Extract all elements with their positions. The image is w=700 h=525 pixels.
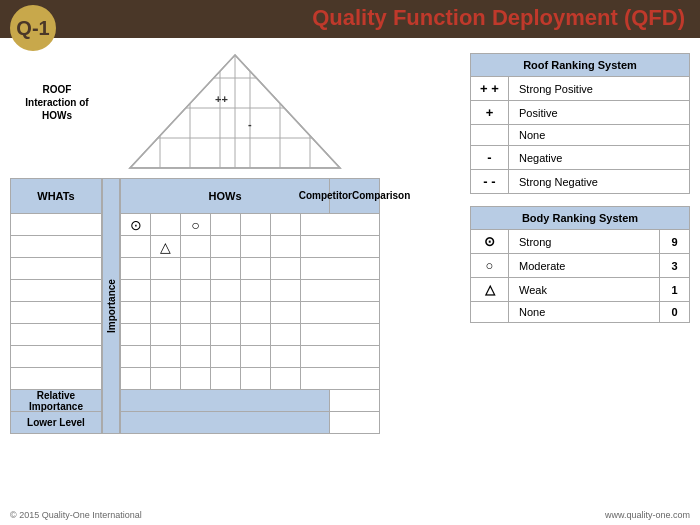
cell-3-0 bbox=[120, 280, 150, 302]
cell-4-3 bbox=[210, 302, 240, 324]
roof-rank-label-3: Negative bbox=[509, 146, 690, 170]
website: www.quality-one.com bbox=[605, 510, 690, 520]
body-rank-row-3: None 0 bbox=[471, 302, 690, 323]
copyright: © 2015 Quality-One International bbox=[10, 510, 142, 520]
roof-rank-row-1: + Positive bbox=[471, 101, 690, 125]
grid-row-2 bbox=[120, 258, 380, 280]
cell-7-4 bbox=[240, 368, 270, 390]
roof-symbol-n: - bbox=[248, 118, 252, 130]
cell-3-3 bbox=[210, 280, 240, 302]
cell-5-1 bbox=[150, 324, 180, 346]
body-rank-value-1: 3 bbox=[660, 254, 690, 278]
body-rank-symbol-0: ⊙ bbox=[471, 230, 509, 254]
roof-rank-label-1: Positive bbox=[509, 101, 690, 125]
body-area: WHATs Relative Importance Lower Level Im… bbox=[10, 178, 460, 434]
comp-ll bbox=[330, 412, 380, 434]
lower-level-grid bbox=[120, 412, 330, 434]
body-rank-label-3: None bbox=[509, 302, 660, 323]
cell-6-1 bbox=[150, 346, 180, 368]
roof-ranking-title: Roof Ranking System bbox=[471, 54, 690, 77]
lower-level-row bbox=[120, 412, 380, 434]
cell-5-3 bbox=[210, 324, 240, 346]
cell-6-2 bbox=[180, 346, 210, 368]
competitor-label: Competitor Comparison bbox=[330, 178, 380, 214]
cell-6-6 bbox=[300, 346, 330, 368]
cell-5-5 bbox=[270, 324, 300, 346]
qfd-diagram: ROOF Interaction of HOWs bbox=[10, 53, 460, 434]
cell-2-4 bbox=[240, 258, 270, 280]
comp-7 bbox=[330, 368, 380, 390]
body-rank-value-2: 1 bbox=[660, 278, 690, 302]
roof-rank-symbol-2 bbox=[471, 125, 509, 146]
body-rank-symbol-1: ○ bbox=[471, 254, 509, 278]
roof-svg: ++ - bbox=[120, 53, 350, 178]
cell-1-3 bbox=[210, 236, 240, 258]
body-rank-label-0: Strong bbox=[509, 230, 660, 254]
grid-row-0: ⊙ ○ bbox=[120, 214, 380, 236]
comp-ri bbox=[330, 390, 380, 412]
cell-7-2 bbox=[180, 368, 210, 390]
roof-rank-row-3: - Negative bbox=[471, 146, 690, 170]
roof-rank-label-4: Strong Negative bbox=[509, 170, 690, 194]
cell-6-0 bbox=[120, 346, 150, 368]
cell-5-4 bbox=[240, 324, 270, 346]
body-rank-label-1: Moderate bbox=[509, 254, 660, 278]
whats-row-5 bbox=[10, 302, 102, 324]
grid-row-1: △ bbox=[120, 236, 380, 258]
roof-rank-symbol-0: + + bbox=[471, 77, 509, 101]
main-content: ROOF Interaction of HOWs bbox=[0, 43, 700, 439]
relative-importance-label: Relative Importance bbox=[10, 390, 102, 412]
comp-4 bbox=[330, 302, 380, 324]
cell-1-5 bbox=[270, 236, 300, 258]
comp-2 bbox=[330, 258, 380, 280]
comp-1 bbox=[330, 236, 380, 258]
body-rank-value-0: 9 bbox=[660, 230, 690, 254]
cell-3-2 bbox=[180, 280, 210, 302]
cell-1-6 bbox=[300, 236, 330, 258]
whats-row-6 bbox=[10, 324, 102, 346]
hows-area: HOWs Competitor Comparison ⊙ ○ bbox=[120, 178, 380, 434]
body-rank-symbol-2: △ bbox=[471, 278, 509, 302]
body-rank-row-1: ○ Moderate 3 bbox=[471, 254, 690, 278]
lower-level-label: Lower Level bbox=[10, 412, 102, 434]
cell-4-6 bbox=[300, 302, 330, 324]
comp-5 bbox=[330, 324, 380, 346]
cell-0-2: ○ bbox=[180, 214, 210, 236]
body-rank-label-2: Weak bbox=[509, 278, 660, 302]
cell-6-5 bbox=[270, 346, 300, 368]
cell-2-6 bbox=[300, 258, 330, 280]
ranking-area: Roof Ranking System + + Strong Positive … bbox=[470, 53, 690, 434]
whats-header: WHATs bbox=[10, 178, 102, 214]
page-title: Quality Function Deployment (QFD) bbox=[312, 5, 685, 31]
cell-0-4 bbox=[240, 214, 270, 236]
comp-0 bbox=[330, 214, 380, 236]
relative-importance-row bbox=[120, 390, 380, 412]
cell-4-5 bbox=[270, 302, 300, 324]
cell-2-3 bbox=[210, 258, 240, 280]
cell-0-0: ⊙ bbox=[120, 214, 150, 236]
body-rank-value-3: 0 bbox=[660, 302, 690, 323]
whats-row-7 bbox=[10, 346, 102, 368]
grid-row-7 bbox=[120, 368, 380, 390]
roof-area: ROOF Interaction of HOWs bbox=[120, 53, 350, 178]
body-rank-symbol-3 bbox=[471, 302, 509, 323]
cell-1-1: △ bbox=[150, 236, 180, 258]
comp-3 bbox=[330, 280, 380, 302]
cell-3-5 bbox=[270, 280, 300, 302]
body-rank-row-0: ⊙ Strong 9 bbox=[471, 230, 690, 254]
cell-5-2 bbox=[180, 324, 210, 346]
cell-7-0 bbox=[120, 368, 150, 390]
cell-7-1 bbox=[150, 368, 180, 390]
cell-2-2 bbox=[180, 258, 210, 280]
cell-3-6 bbox=[300, 280, 330, 302]
cell-4-2 bbox=[180, 302, 210, 324]
comp-6 bbox=[330, 346, 380, 368]
cell-7-3 bbox=[210, 368, 240, 390]
body-ranking-table: Body Ranking System ⊙ Strong 9 ○ Moderat… bbox=[470, 206, 690, 323]
cell-2-1 bbox=[150, 258, 180, 280]
cell-0-5 bbox=[270, 214, 300, 236]
cell-0-1 bbox=[150, 214, 180, 236]
cell-4-4 bbox=[240, 302, 270, 324]
cell-0-3 bbox=[210, 214, 240, 236]
cell-7-5 bbox=[270, 368, 300, 390]
